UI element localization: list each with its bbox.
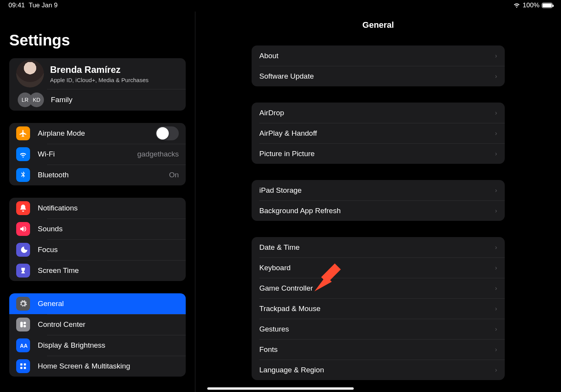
detail-group-3: iPad Storage › Background App Refresh › (252, 180, 505, 221)
notifications-group: Notifications Sounds Focus Screen Time (9, 198, 186, 281)
chevron-right-icon: › (495, 305, 497, 312)
family-avatars: LR KD (17, 93, 45, 107)
airdrop-row[interactable]: AirDrop › (252, 103, 505, 123)
chevron-right-icon: › (495, 187, 497, 194)
focus-icon (16, 243, 30, 257)
chevron-right-icon: › (495, 207, 497, 214)
ipad-storage-row[interactable]: iPad Storage › (252, 180, 505, 200)
sounds-icon (16, 222, 30, 236)
bluetooth-row[interactable]: Bluetooth On (9, 165, 186, 185)
identity-row[interactable]: Brenda Ramírez Apple ID, iCloud+, Media … (9, 58, 186, 89)
game-controller-label: Game Controller (259, 284, 313, 293)
wifi-row[interactable]: Wi-Fi gadgethacks (9, 144, 186, 165)
pip-label: Picture in Picture (259, 150, 315, 158)
gear-icon (16, 297, 30, 311)
svg-text:AA: AA (20, 343, 27, 349)
control-center-row[interactable]: Control Center (9, 314, 186, 335)
general-group: General Control Center AA Display & Brig… (9, 293, 186, 377)
wifi-icon (513, 1, 521, 10)
airdrop-label: AirDrop (259, 109, 284, 117)
family-row[interactable]: LR KD Family (9, 89, 186, 111)
identity-card: Brenda Ramírez Apple ID, iCloud+, Media … (9, 58, 186, 111)
trackpad-mouse-row[interactable]: Trackpad & Mouse › (252, 298, 505, 319)
sounds-label: Sounds (38, 225, 62, 233)
airplane-label: Airplane Mode (38, 129, 85, 138)
general-row[interactable]: General (9, 293, 186, 314)
notifications-icon (16, 201, 30, 215)
wifi-icon (16, 147, 30, 161)
chevron-right-icon: › (495, 73, 497, 80)
notifications-row[interactable]: Notifications (9, 198, 186, 219)
background-refresh-row[interactable]: Background App Refresh › (252, 200, 505, 221)
game-controller-row[interactable]: Game Controller › (252, 278, 505, 298)
detail-group-4: Date & Time › Keyboard › Game Controller… (252, 237, 505, 380)
chevron-right-icon: › (495, 346, 497, 353)
chevron-right-icon: › (495, 285, 497, 292)
refresh-label: Background App Refresh (259, 207, 341, 215)
family-label: Family (51, 96, 72, 104)
screentime-row[interactable]: Screen Time (9, 260, 186, 281)
battery-icon (542, 3, 553, 8)
connectivity-group: Airplane Mode Wi-Fi gadgethacks Bluetoot… (9, 123, 186, 185)
wifi-value: gadgethacks (137, 150, 179, 158)
storage-label: iPad Storage (259, 186, 302, 195)
detail-group-2: AirDrop › AirPlay & Handoff › Picture in… (252, 103, 505, 164)
detail-pane: General About › Software Update › AirDro… (195, 12, 561, 392)
svg-rect-0 (20, 322, 23, 328)
keyboard-label: Keyboard (259, 264, 291, 272)
bluetooth-icon (16, 168, 30, 182)
svg-rect-4 (20, 363, 23, 366)
chevron-right-icon: › (495, 150, 497, 157)
display-label: Display & Brightness (38, 341, 105, 350)
homescreen-label: Home Screen & Multitasking (38, 362, 130, 370)
identity-subtitle: Apple ID, iCloud+, Media & Purchases (50, 77, 149, 83)
status-time: 09:41 (8, 2, 25, 9)
chevron-right-icon: › (495, 264, 497, 271)
software-update-row[interactable]: Software Update › (252, 66, 505, 86)
wifi-label: Wi-Fi (38, 150, 55, 158)
chevron-right-icon: › (495, 52, 497, 59)
control-center-icon (16, 318, 30, 331)
status-date: Tue Jan 9 (29, 2, 58, 9)
display-icon: AA (16, 338, 30, 352)
airplay-row[interactable]: AirPlay & Handoff › (252, 123, 505, 143)
fonts-row[interactable]: Fonts › (252, 339, 505, 360)
display-row[interactable]: AA Display & Brightness (9, 335, 186, 356)
detail-group-1: About › Software Update › (252, 45, 505, 86)
gestures-label: Gestures (259, 325, 289, 333)
language-label: Language & Region (259, 366, 324, 374)
date-time-row[interactable]: Date & Time › (252, 237, 505, 257)
status-bar: 09:41 Tue Jan 9 100% (0, 0, 561, 11)
homescreen-icon (16, 359, 30, 373)
chevron-right-icon: › (495, 367, 497, 373)
chevron-right-icon: › (495, 109, 497, 116)
detail-title: General (195, 20, 561, 30)
homescreen-row[interactable]: Home Screen & Multitasking (9, 356, 186, 377)
gestures-row[interactable]: Gestures › (252, 319, 505, 339)
avatar (16, 60, 44, 87)
picture-in-picture-row[interactable]: Picture in Picture › (252, 143, 505, 164)
battery-pct: 100% (523, 2, 539, 9)
fonts-label: Fonts (259, 345, 278, 354)
screentime-icon (16, 264, 30, 278)
airplane-toggle[interactable] (156, 126, 179, 140)
airplane-icon (16, 126, 30, 140)
control-center-label: Control Center (38, 320, 86, 329)
identity-name: Brenda Ramírez (50, 64, 149, 75)
home-indicator (207, 387, 354, 390)
focus-row[interactable]: Focus (9, 239, 186, 260)
date-time-label: Date & Time (259, 243, 300, 252)
airplay-label: AirPlay & Handoff (259, 129, 317, 138)
svg-rect-1 (24, 322, 26, 324)
sounds-row[interactable]: Sounds (9, 219, 186, 239)
bluetooth-value: On (169, 171, 179, 179)
page-title: Settings (9, 32, 186, 49)
language-region-row[interactable]: Language & Region › (252, 360, 505, 380)
about-row[interactable]: About › (252, 45, 505, 66)
svg-rect-5 (24, 363, 26, 366)
software-update-label: Software Update (259, 72, 314, 81)
airplane-mode-row[interactable]: Airplane Mode (9, 123, 186, 144)
keyboard-row[interactable]: Keyboard › (252, 257, 505, 278)
settings-sidebar: Settings Brenda Ramírez Apple ID, iCloud… (0, 12, 195, 392)
focus-label: Focus (38, 246, 58, 254)
